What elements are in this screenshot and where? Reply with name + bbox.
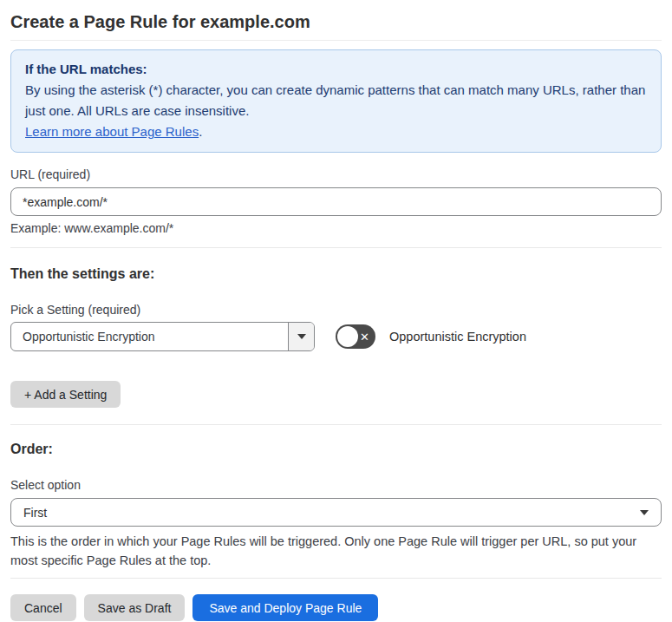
title-divider — [10, 40, 662, 41]
setting-picker-dropdown[interactable]: Opportunistic Encryption — [10, 322, 315, 351]
toggle-off-x-icon: ✕ — [360, 324, 369, 349]
settings-section-heading: Then the settings are: — [10, 266, 662, 282]
page-rule-form: Create a Page Rule for example.com If th… — [0, 0, 672, 621]
url-example-helper: Example: www.example.com/* — [10, 221, 662, 235]
learn-more-link[interactable]: Learn more about Page Rules — [25, 124, 199, 139]
setting-picker-value: Opportunistic Encryption — [11, 323, 288, 350]
url-match-info-box: If the URL matches: By using the asteris… — [10, 49, 662, 153]
save-as-draft-button[interactable]: Save as Draft — [84, 594, 186, 621]
save-and-deploy-button[interactable]: Save and Deploy Page Rule — [192, 594, 378, 621]
setting-picker-arrow-button[interactable] — [288, 323, 314, 350]
footer-divider — [10, 578, 662, 579]
order-select-value: First — [23, 506, 47, 520]
cancel-button[interactable]: Cancel — [10, 594, 76, 621]
footer-actions: Cancel Save as Draft Save and Deploy Pag… — [10, 594, 662, 621]
setting-row: Opportunistic Encryption ✕ Opportunistic… — [10, 322, 662, 351]
section-divider-1 — [10, 247, 662, 248]
url-input[interactable] — [10, 187, 662, 216]
order-select-label: Select option — [10, 478, 662, 492]
order-section-heading: Order: — [10, 442, 662, 457]
info-box-link-line: Learn more about Page Rules. — [25, 121, 647, 142]
opportunistic-encryption-toggle[interactable]: ✕ — [336, 324, 375, 349]
toggle-label: Opportunistic Encryption — [389, 330, 526, 344]
url-field-label: URL (required) — [10, 167, 662, 181]
order-select[interactable]: First — [10, 498, 662, 527]
chevron-down-icon — [640, 510, 649, 515]
info-box-heading: If the URL matches: — [25, 59, 647, 80]
info-box-body: By using the asterisk (*) character, you… — [25, 80, 647, 121]
link-suffix: . — [199, 124, 202, 139]
add-setting-button[interactable]: + Add a Setting — [10, 381, 121, 408]
toggle-knob — [337, 326, 358, 347]
section-divider-2 — [10, 424, 662, 425]
chevron-down-icon — [297, 334, 306, 339]
pick-setting-label: Pick a Setting (required) — [10, 303, 662, 317]
order-helper-text: This is the order in which your Page Rul… — [10, 532, 662, 570]
page-title: Create a Page Rule for example.com — [10, 0, 662, 40]
